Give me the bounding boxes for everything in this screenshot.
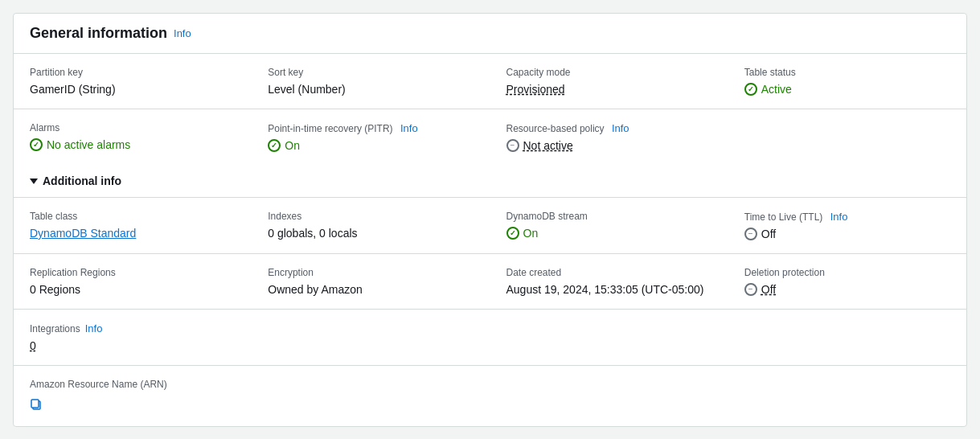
resource-policy-status: Not active	[506, 139, 712, 152]
integrations-empty-2	[252, 310, 490, 365]
arn-empty-4	[728, 366, 966, 426]
replication-value: 0 Regions	[30, 283, 236, 296]
table-status-cell: Table status Active	[728, 54, 966, 109]
encryption-label: Encryption	[268, 267, 474, 278]
integrations-empty-3	[490, 310, 728, 365]
resource-policy-info-link[interactable]: Info	[612, 122, 629, 134]
pitr-cell: Point-in-time recovery (PITR) Info On	[252, 109, 490, 165]
deletion-status: Off	[744, 283, 950, 296]
pitr-check-icon	[268, 139, 281, 152]
arn-label: Amazon Resource Name (ARN)	[30, 379, 236, 390]
table-class-cell: Table class DynamoDB Standard	[14, 198, 252, 254]
dynamodb-stream-label: DynamoDB stream	[506, 211, 712, 222]
indexes-value: 0 globals, 0 locals	[268, 227, 474, 240]
stream-check-icon	[506, 227, 519, 240]
ttl-status-label: Off	[761, 228, 776, 240]
encryption-value: Owned by Amazon	[268, 283, 474, 296]
collapse-icon	[30, 178, 38, 184]
alarms-check-icon	[30, 138, 43, 151]
partition-key-value: GamerID (String)	[30, 83, 236, 96]
ttl-value: Off	[744, 228, 950, 240]
ttl-off-icon	[744, 228, 757, 240]
sort-key-label: Sort key	[268, 67, 474, 78]
deletion-status-label[interactable]: Off	[761, 283, 776, 296]
ttl-label: Time to Live (TTL) Info	[744, 211, 950, 223]
table-class-value[interactable]: DynamoDB Standard	[30, 227, 236, 240]
general-information-card: General information Info Partition key G…	[13, 13, 967, 427]
date-created-value: August 19, 2024, 15:33:05 (UTC-05:00)	[506, 283, 712, 296]
additional-info-title: Additional info	[43, 174, 121, 187]
dynamodb-stream-value: On	[506, 227, 712, 240]
ttl-cell: Time to Live (TTL) Info Off	[728, 198, 966, 254]
integrations-grid-row: Integrations Info 0	[14, 310, 966, 366]
integrations-label-text: Integrations	[30, 323, 80, 334]
additional-info-grid: Table class DynamoDB Standard Indexes 0 …	[14, 198, 966, 310]
indexes-cell: Indexes 0 globals, 0 locals	[252, 198, 490, 254]
replication-label: Replication Regions	[30, 267, 236, 278]
header-info-link[interactable]: Info	[174, 27, 191, 39]
sort-key-cell: Sort key Level (Number)	[252, 54, 490, 109]
ttl-label-text: Time to Live (TTL)	[744, 211, 823, 223]
pitr-label-text: Point-in-time recovery (PITR)	[268, 123, 392, 134]
arn-empty-2	[252, 366, 490, 426]
main-section-grid: Partition key GamerID (String) Sort key …	[14, 54, 966, 165]
pitr-info-link[interactable]: Info	[400, 122, 418, 134]
date-created-cell: Date created August 19, 2024, 15:33:05 (…	[490, 254, 728, 310]
card-title: General information	[30, 25, 167, 42]
partition-key-label: Partition key	[30, 67, 236, 78]
capacity-mode-link[interactable]: Provisioned	[506, 83, 565, 96]
arn-empty-3	[490, 366, 728, 426]
integrations-count[interactable]: 0	[30, 339, 36, 352]
alarms-status: No active alarms	[30, 138, 236, 151]
integrations-cell: Integrations Info 0	[14, 310, 252, 365]
additional-info-header[interactable]: Additional info	[14, 165, 966, 198]
deletion-off-icon	[744, 283, 757, 296]
pitr-status: On	[268, 139, 474, 152]
table-status-active: Active	[744, 83, 950, 96]
pitr-label: Point-in-time recovery (PITR) Info	[268, 122, 474, 134]
capacity-mode-cell: Capacity mode Provisioned	[490, 54, 728, 109]
card-header: General information Info	[14, 14, 966, 54]
sort-key-value: Level (Number)	[268, 83, 474, 96]
arn-grid-row: Amazon Resource Name (ARN)	[14, 366, 966, 426]
alarms-label: Alarms	[30, 122, 236, 133]
partition-key-cell: Partition key GamerID (String)	[14, 54, 252, 109]
not-active-icon	[506, 139, 519, 152]
integrations-value: 0	[30, 339, 236, 352]
ttl-info-link[interactable]: Info	[830, 211, 848, 223]
arn-cell: Amazon Resource Name (ARN)	[14, 366, 252, 426]
alarms-value: No active alarms	[30, 138, 236, 151]
deletion-protection-cell: Deletion protection Off	[728, 254, 966, 310]
alarms-status-label: No active alarms	[47, 138, 130, 151]
not-active-label[interactable]: Not active	[523, 139, 573, 152]
resource-policy-value: Not active	[506, 139, 712, 152]
capacity-mode-label: Capacity mode	[506, 67, 712, 78]
capacity-mode-value[interactable]: Provisioned	[506, 83, 712, 96]
integrations-empty-4	[728, 310, 966, 365]
table-status-label: Table status	[744, 67, 950, 78]
resource-policy-cell: Resource-based policy Info Not active	[490, 109, 728, 165]
empty-cell	[728, 109, 966, 165]
date-created-label: Date created	[506, 267, 712, 278]
dynamodb-stream-status: On	[506, 227, 712, 240]
deletion-protection-value: Off	[744, 283, 950, 296]
stream-status-label: On	[523, 227, 539, 240]
table-class-label: Table class	[30, 211, 236, 222]
deletion-protection-label: Deletion protection	[744, 267, 950, 278]
replication-cell: Replication Regions 0 Regions	[14, 254, 252, 310]
resource-policy-label: Resource-based policy Info	[506, 122, 712, 134]
integrations-label: Integrations Info	[30, 322, 236, 334]
svg-rect-1	[31, 400, 39, 408]
table-status-value: Active	[744, 83, 950, 96]
copy-icon	[30, 398, 43, 411]
ttl-status: Off	[744, 228, 950, 240]
active-label: Active	[761, 83, 792, 96]
pitr-value: On	[268, 139, 474, 152]
indexes-label: Indexes	[268, 211, 474, 222]
pitr-status-label: On	[285, 139, 300, 152]
dynamodb-stream-cell: DynamoDB stream On	[490, 198, 728, 254]
integrations-info-link[interactable]: Info	[85, 322, 103, 334]
active-check-icon	[744, 83, 757, 96]
alarms-cell: Alarms No active alarms	[14, 109, 252, 165]
arn-copy-button[interactable]	[30, 398, 43, 411]
